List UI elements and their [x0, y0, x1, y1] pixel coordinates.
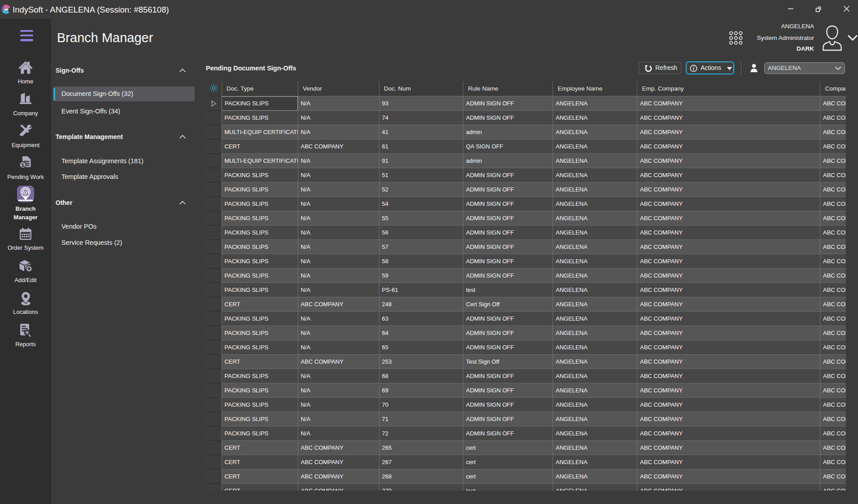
- svg-text:$: $: [21, 162, 24, 168]
